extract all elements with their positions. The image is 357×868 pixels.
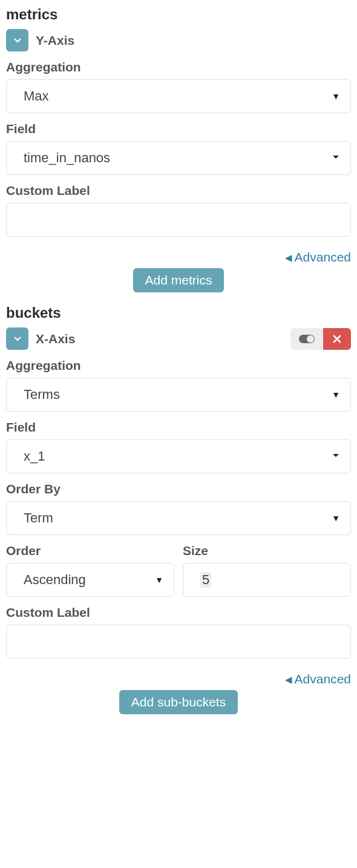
caret-left-icon: ◀ <box>285 252 292 263</box>
metrics-field-select[interactable]: time_in_nanos <box>6 141 351 175</box>
metrics-field-value: time_in_nanos <box>24 150 110 166</box>
buckets-orderby-select[interactable]: Term <box>6 501 351 535</box>
add-sub-buckets-button[interactable]: Add sub-buckets <box>119 690 238 714</box>
x-axis-header: X-Axis <box>6 327 351 350</box>
advanced-text: Advanced <box>295 672 351 686</box>
x-axis-label: X-Axis <box>36 332 75 346</box>
buckets-order-label: Order <box>6 544 174 558</box>
advanced-text: Advanced <box>295 250 351 264</box>
buckets-aggregation-label: Aggregation <box>6 358 351 373</box>
close-icon <box>333 335 341 343</box>
buckets-order-select[interactable]: Ascending <box>6 563 174 597</box>
add-metrics-button[interactable]: Add metrics <box>133 268 224 292</box>
caret-down-icon <box>14 337 21 341</box>
y-axis-header: Y-Axis <box>6 29 351 51</box>
metrics-aggregation-label: Aggregation <box>6 60 351 74</box>
toggle-track <box>299 335 315 343</box>
buckets-field-select[interactable]: x_1 <box>6 439 351 473</box>
buckets-orderby-value: Term <box>24 510 53 526</box>
buckets-size-input[interactable]: 5 <box>183 563 351 597</box>
buckets-custom-label-label: Custom Label <box>6 605 351 620</box>
buckets-section-title: buckets <box>6 304 351 321</box>
metrics-field-label: Field <box>6 122 351 136</box>
x-axis-collapse-button[interactable] <box>6 327 28 350</box>
caret-down-icon <box>14 38 21 43</box>
buckets-aggregation-value: Terms <box>24 387 60 403</box>
bucket-delete-button[interactable] <box>323 328 351 350</box>
buckets-orderby-label: Order By <box>6 482 351 496</box>
y-axis-collapse-button[interactable] <box>6 29 28 51</box>
caret-left-icon: ◀ <box>285 674 292 685</box>
metrics-section-title: metrics <box>6 6 351 23</box>
buckets-size-value: 5 <box>200 572 211 588</box>
buckets-field-label: Field <box>6 420 351 435</box>
buckets-custom-label-input[interactable] <box>6 625 351 659</box>
buckets-field-value: x_1 <box>24 449 45 464</box>
toggle-thumb <box>307 335 314 343</box>
metrics-custom-label-label: Custom Label <box>6 183 351 198</box>
buckets-order-value: Ascending <box>24 572 86 588</box>
metrics-aggregation-select[interactable]: Max <box>6 79 351 113</box>
metrics-advanced-link[interactable]: ◀Advanced <box>6 250 351 265</box>
buckets-size-label: Size <box>183 544 351 558</box>
y-axis-label: Y-Axis <box>36 33 74 48</box>
metrics-custom-label-input[interactable] <box>6 203 351 237</box>
metrics-aggregation-value: Max <box>24 88 49 104</box>
bucket-enable-toggle[interactable] <box>290 328 323 350</box>
buckets-advanced-link[interactable]: ◀Advanced <box>6 672 351 686</box>
buckets-aggregation-select[interactable]: Terms <box>6 378 351 412</box>
